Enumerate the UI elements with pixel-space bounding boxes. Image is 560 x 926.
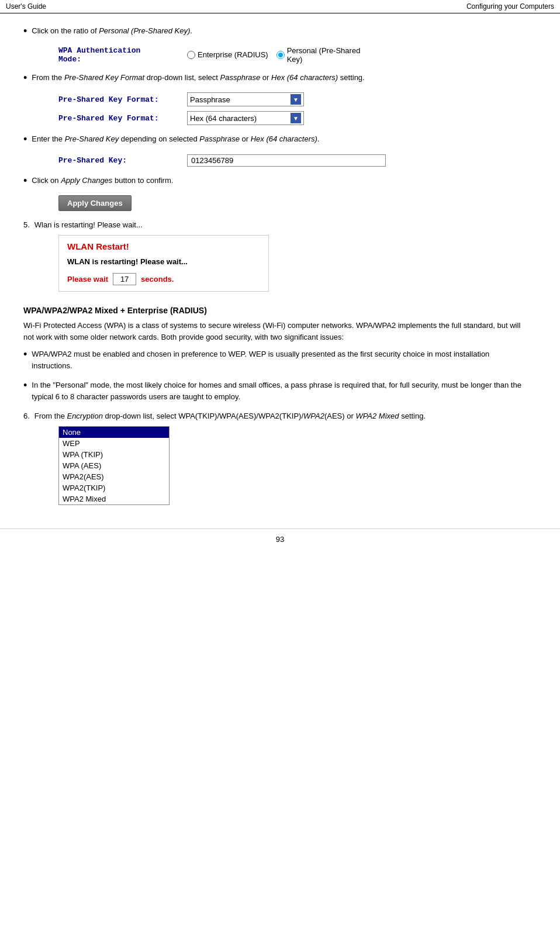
psk-format-dropdown-2[interactable]: Hex (64 characters) ▼ <box>187 111 304 125</box>
bullet-3-section: • Enter the Pre-Shared Key depending on … <box>23 133 525 146</box>
wpa-auth-label: WPA AuthenticationMode: <box>58 46 187 64</box>
bullet-4-text: Click on Apply Changes button to confirm… <box>32 175 525 186</box>
wpa-bullet-2-icon: • <box>23 379 27 392</box>
step-5-section: 5. Wlan is restarting! Please wait... <box>23 220 525 229</box>
radio-circle-personal <box>276 51 285 59</box>
wpa-bullet-2-text: In the "Personal" mode, the most likely … <box>32 379 525 402</box>
psk-format-label-2: Pre-Shared Key Format: <box>58 114 187 123</box>
dropdown-arrow-1: ▼ <box>291 94 301 105</box>
wpa-bullet-2: • In the "Personal" mode, the most likel… <box>23 379 525 402</box>
bullet-2-icon: • <box>23 72 27 85</box>
wpa-auth-row: WPA AuthenticationMode: Enterprise (RADI… <box>58 46 525 64</box>
wait-input[interactable] <box>113 273 136 285</box>
wpa-enterprise-heading: WPA/WPA2/WPA2 Mixed + Enterprise (RADIUS… <box>23 306 525 315</box>
wpa-auth-radio-group: Enterprise (RADIUS) Personal (Pre-Shared… <box>187 46 360 64</box>
psk-format-dropdown-1[interactable]: Passphrase ▼ <box>187 92 304 106</box>
please-wait-label: Please wait <box>67 275 108 284</box>
please-wait-row: Please wait seconds. <box>67 273 260 285</box>
step-6-section: 6. From the Encryption drop-down list, s… <box>23 412 525 420</box>
wlan-restart-box: WLAN Restart! WLAN is restarting! Please… <box>58 235 269 292</box>
bullet-1-section: • Click on the ratio of Personal (Pre-Sh… <box>23 25 525 38</box>
wpa-bullet-1-text: WPA/WPA2 must be enabled and chosen in p… <box>32 348 525 371</box>
psk-input-label: Pre-Shared Key: <box>58 156 187 165</box>
encryption-option-wep[interactable]: WEP <box>59 438 169 449</box>
page-content: • Click on the ratio of Personal (Pre-Sh… <box>0 13 560 517</box>
wlan-restart-title: WLAN Restart! <box>67 241 260 251</box>
step-6-number: 6. <box>23 412 30 420</box>
seconds-label: seconds. <box>141 275 174 284</box>
bullet-2-section: • From the Pre-Shared Key Format drop-do… <box>23 72 525 85</box>
bullet-3-text: Enter the Pre-Shared Key depending on se… <box>32 133 525 145</box>
step-5-number: 5. <box>23 220 30 229</box>
psk-input[interactable] <box>187 154 386 167</box>
bullet-3-icon: • <box>23 133 27 146</box>
encryption-option-none[interactable]: None <box>59 427 169 438</box>
encryption-option-wpa-tkip[interactable]: WPA (TKIP) <box>59 449 169 460</box>
encryption-dropdown-list[interactable]: None WEP WPA (TKIP) WPA (AES) WPA2(AES) … <box>58 426 170 505</box>
apply-changes-button[interactable]: Apply Changes <box>58 195 132 211</box>
step-5-text: Wlan is restarting! Please wait... <box>34 220 143 229</box>
encryption-option-wpa2-mixed[interactable]: WPA2 Mixed <box>59 493 169 505</box>
radio-enterprise-label: Enterprise (RADIUS) <box>198 50 268 59</box>
page-number: 93 <box>0 528 560 550</box>
radio-personal-label: Personal (Pre-SharedKey) <box>287 46 361 64</box>
wpa-bullet-1: • WPA/WPA2 must be enabled and chosen in… <box>23 348 525 371</box>
bullet-4-section: • Click on Apply Changes button to confi… <box>23 175 525 188</box>
step-6-text: From the Encryption drop-down list, sele… <box>34 412 426 420</box>
psk-format-value-1: Passphrase <box>190 95 288 104</box>
dropdown-arrow-2: ▼ <box>291 113 301 123</box>
apply-changes-container: Apply Changes <box>58 195 525 211</box>
wlan-restarting-text: WLAN is restarting! Please wait... <box>67 257 260 266</box>
bullet-1-text: Click on the ratio of Personal (Pre-Shar… <box>32 25 525 37</box>
wpa-enterprise-para1: Wi-Fi Protected Access (WPA) is a class … <box>23 320 525 343</box>
radio-personal[interactable]: Personal (Pre-SharedKey) <box>276 46 361 64</box>
header-left: User's Guide <box>6 2 46 11</box>
page-header: User's Guide Configuring your Computers <box>0 0 560 13</box>
encryption-option-wpa-aes[interactable]: WPA (AES) <box>59 460 169 471</box>
bullet-1-icon: • <box>23 25 27 38</box>
encryption-option-wpa2-aes[interactable]: WPA2(AES) <box>59 471 169 482</box>
psk-format-label-1: Pre-Shared Key Format: <box>58 95 187 104</box>
wpa-bullet-1-icon: • <box>23 348 27 361</box>
radio-enterprise[interactable]: Enterprise (RADIUS) <box>187 50 268 59</box>
psk-input-row: Pre-Shared Key: <box>58 154 525 167</box>
header-right: Configuring your Computers <box>466 2 554 11</box>
encryption-option-wpa2-tkip[interactable]: WPA2(TKIP) <box>59 482 169 493</box>
radio-circle-enterprise <box>187 51 195 59</box>
bullet-2-text: From the Pre-Shared Key Format drop-down… <box>32 72 525 84</box>
psk-format-row-1: Pre-Shared Key Format: Passphrase ▼ <box>58 92 525 106</box>
radio-dot-personal <box>278 53 283 57</box>
bullet-4-icon: • <box>23 175 27 188</box>
psk-format-value-2: Hex (64 characters) <box>190 114 288 123</box>
psk-format-row-2: Pre-Shared Key Format: Hex (64 character… <box>58 111 525 125</box>
